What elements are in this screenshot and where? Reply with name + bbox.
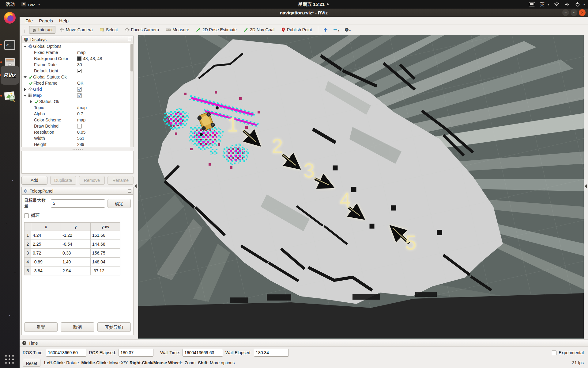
goal-cell[interactable]: 156.75 — [91, 249, 120, 258]
maximize-button[interactable]: ▫ — [571, 9, 577, 16]
max-goals-input[interactable] — [51, 199, 105, 208]
col-header-y[interactable]: y — [61, 223, 91, 231]
tree-row-global-status[interactable]: Global Status: Ok — [22, 74, 133, 80]
panel-splitter[interactable] — [21, 147, 134, 151]
keyboard-icon[interactable] — [529, 2, 535, 6]
start-navigation-button[interactable]: 开始导航! — [97, 322, 131, 332]
tree-row-default-light[interactable]: Default Light — [22, 68, 133, 74]
goal-cell[interactable]: -37.12 — [91, 266, 120, 275]
tree-row-resolution[interactable]: Resolution 0.05 — [22, 129, 133, 135]
tree-row-global-options[interactable]: Global Options — [22, 43, 133, 49]
tool-focus-camera[interactable]: Focus Camera — [122, 26, 162, 34]
checkbox-checked[interactable] — [77, 93, 82, 98]
goal-row-3[interactable]: 3 0.72 0.38 156.75 — [24, 249, 120, 258]
cancel-button[interactable]: 取消 — [61, 322, 94, 332]
dock-rviz-icon[interactable]: RViz — [1, 66, 19, 85]
toolbar-drag-handle[interactable] — [24, 27, 25, 33]
menu-panels[interactable]: Panels — [36, 17, 56, 24]
col-header-yaw[interactable]: yaw — [91, 223, 120, 231]
tool-interact[interactable]: Interact — [29, 26, 55, 34]
dock-terminal-icon[interactable]: >_ — [2, 38, 17, 52]
goal-cell[interactable]: 2.94 — [61, 266, 91, 275]
map-canvas[interactable]: 1 2 3 4 5 — [138, 35, 584, 338]
checkbox-unchecked[interactable] — [77, 124, 82, 128]
goal-cell[interactable]: -1.22 — [61, 231, 91, 240]
panel-float-button[interactable] — [128, 38, 131, 41]
goal-cell[interactable]: 2.25 — [31, 240, 61, 249]
tree-row-alpha[interactable]: Alpha 0.7 — [22, 111, 133, 117]
tree-row-fixed-frame-status[interactable]: Fixed Frame OK — [22, 80, 133, 86]
3d-viewport[interactable]: 1 2 3 4 5 — [138, 35, 584, 339]
reset-view-button[interactable]: Reset — [23, 359, 40, 367]
tree-row-grid[interactable]: Grid — [22, 86, 133, 92]
tree-row-background-color[interactable]: Background Color 48; 48; 48 — [22, 56, 133, 62]
tree-row-draw-behind[interactable]: Draw Behind — [22, 123, 133, 129]
ros-time-input[interactable] — [46, 349, 86, 357]
goal-cell[interactable]: 0.72 — [31, 249, 61, 258]
add-tool-button[interactable] — [321, 27, 330, 33]
wall-elapsed-input[interactable] — [254, 349, 289, 357]
panel-viewport-splitter[interactable] — [134, 35, 138, 339]
goal-cell[interactable]: 144.68 — [91, 240, 120, 249]
tree-row-topic[interactable]: Topic /map — [22, 105, 133, 111]
time-panel-header[interactable]: Time — [20, 339, 588, 347]
goal-row-1[interactable]: 1 4.24 -1.22 151.66 — [24, 231, 120, 240]
rename-display-button[interactable]: Rename — [107, 176, 134, 185]
remove-display-button[interactable]: Remove — [79, 176, 105, 185]
collapse-left-panel-arrow[interactable] — [134, 184, 137, 188]
teleop-panel-header[interactable]: TeleopPanel — [21, 187, 134, 195]
tree-row-color-scheme[interactable]: Color Scheme map — [22, 117, 133, 123]
goal-row-5[interactable]: 5 -3.84 2.94 -37.12 — [24, 266, 120, 275]
clock-menu[interactable]: 星期五 15∶21 — [298, 0, 329, 9]
goal-cell[interactable]: 148.04 — [91, 258, 120, 266]
goal-row-4[interactable]: 4 -0.89 1.49 148.04 — [24, 258, 120, 266]
remove-tool-button[interactable]: ▾ — [331, 27, 341, 33]
duplicate-display-button[interactable]: Duplicate — [50, 176, 76, 185]
dock-image-viewer-icon[interactable] — [2, 89, 17, 104]
goal-row-2[interactable]: 2 2.25 -0.54 144.68 — [24, 240, 120, 249]
tool-2d-nav-goal[interactable]: 2D Nav Goal — [241, 26, 277, 34]
displays-panel-header[interactable]: Displays — [21, 36, 134, 43]
tree-row-height[interactable]: Height 289 — [22, 141, 133, 147]
reset-goals-button[interactable]: 重置 — [24, 322, 58, 332]
window-titlebar[interactable]: navigation.rviz* - RViz – ▫ ✕ — [20, 9, 588, 17]
tool-select[interactable]: Select — [97, 26, 121, 34]
menu-help[interactable]: Help — [56, 17, 71, 24]
goal-cell[interactable]: -0.89 — [31, 258, 61, 266]
tool-2d-pose-estimate[interactable]: 2D Pose Estimate — [193, 26, 239, 34]
activities-button[interactable]: 活动 — [6, 2, 15, 7]
wall-time-input[interactable] — [183, 349, 223, 357]
checkbox-checked[interactable] — [77, 87, 82, 92]
confirm-button[interactable]: 确定 — [107, 199, 131, 208]
menu-file[interactable]: File — [23, 17, 36, 24]
panel-float-button[interactable] — [128, 189, 131, 193]
show-applications-button[interactable] — [5, 355, 14, 364]
goal-cell[interactable]: 151.66 — [91, 231, 120, 240]
goal-cell[interactable]: -3.84 — [31, 266, 61, 275]
close-button[interactable]: ✕ — [579, 9, 586, 16]
minimize-button[interactable]: – — [562, 9, 569, 16]
experimental-checkbox[interactable] — [552, 351, 556, 355]
tree-row-map[interactable]: Map — [22, 92, 133, 98]
input-method-indicator[interactable]: 英 — [540, 2, 549, 7]
collapse-right-panel-arrow[interactable] — [585, 184, 587, 188]
goal-cell[interactable]: 4.24 — [31, 231, 61, 240]
tree-row-map-status[interactable]: Status: Ok — [22, 98, 133, 105]
goal-cell[interactable]: 1.49 — [61, 258, 91, 266]
tree-row-width[interactable]: Width 561 — [22, 135, 133, 141]
tree-row-fixed-frame[interactable]: Fixed Frame map — [22, 49, 133, 56]
tool-properties-button[interactable]: ▾ — [342, 27, 352, 33]
col-header-x[interactable]: x — [31, 223, 61, 231]
tool-move-camera[interactable]: Move Camera — [57, 26, 96, 34]
tool-measure[interactable]: Measure — [163, 26, 192, 34]
power-menu[interactable] — [575, 2, 585, 7]
tool-publish-point[interactable]: Publish Point — [278, 26, 315, 34]
checkbox-checked[interactable] — [77, 69, 82, 73]
tree-scrollbar[interactable] — [130, 43, 133, 147]
goal-cell[interactable]: 0.38 — [61, 249, 91, 258]
loop-checkbox[interactable] — [24, 213, 29, 218]
tree-row-frame-rate[interactable]: Frame Rate 30 — [22, 62, 133, 68]
goal-cell[interactable]: -0.54 — [61, 240, 91, 249]
add-display-button[interactable]: Add — [21, 176, 47, 185]
ros-elapsed-input[interactable] — [119, 349, 153, 357]
